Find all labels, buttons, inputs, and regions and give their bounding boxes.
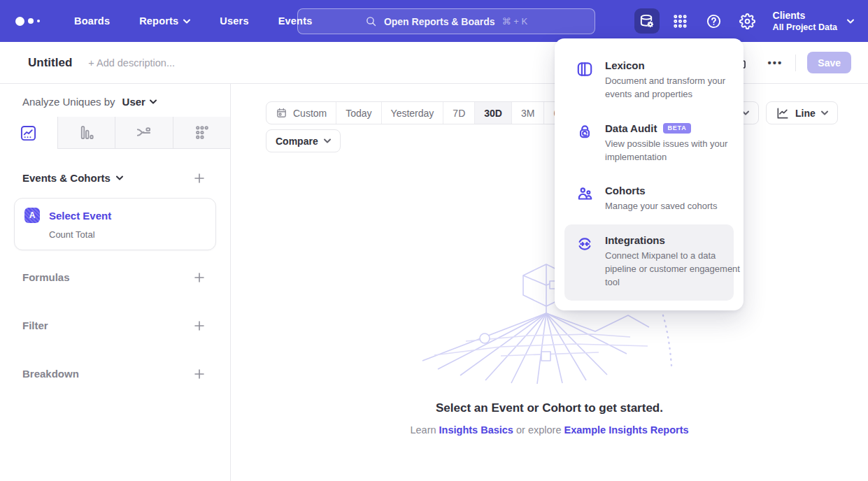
primary-nav: Boards Reports Users Events xyxy=(74,15,312,27)
bar-chart-tab-icon xyxy=(78,124,94,141)
formulas-label: Formulas xyxy=(22,271,70,283)
date-range-label: 3M xyxy=(521,108,534,119)
menu-item-title: Cohorts xyxy=(605,185,646,196)
data-audit-icon xyxy=(576,123,594,141)
data-management-button[interactable] xyxy=(634,8,660,34)
formulas-section: Formulas xyxy=(22,271,205,283)
cohorts-icon xyxy=(576,185,594,203)
date-range-3m[interactable]: 3M xyxy=(511,102,543,124)
compare-label: Compare xyxy=(276,136,318,147)
chevron-down-icon xyxy=(324,138,331,143)
menu-item-lexicon[interactable]: Lexicon Document and transform your even… xyxy=(564,50,734,113)
date-range-yesterday[interactable]: Yesterday xyxy=(381,102,443,124)
events-cohorts-label: Events & Cohorts xyxy=(22,172,111,184)
nav-item-boards[interactable]: Boards xyxy=(74,15,110,27)
metrics-tab-icon xyxy=(194,124,210,141)
calendar-icon xyxy=(276,107,287,119)
analyze-value-dropdown[interactable]: User xyxy=(122,96,145,108)
query-builder-sidebar: Analyze Uniques by User xyxy=(0,84,231,481)
menu-item-integrations[interactable]: Integrations Connect Mixpanel to a data … xyxy=(564,224,734,301)
event-aggregation-dropdown[interactable]: Count Total xyxy=(49,229,206,240)
date-range-label: 7D xyxy=(453,108,465,119)
empty-state-subtitle: Learn Insights Basics or explore Example… xyxy=(410,424,688,436)
nav-item-label: Users xyxy=(220,15,248,27)
date-range-label: Yesterday xyxy=(391,108,434,119)
nav-item-users[interactable]: Users xyxy=(220,15,248,27)
date-range-segmented-control: Custom Today Yesterday 7D 30D 3M 6M xyxy=(266,101,577,124)
save-button[interactable]: Save xyxy=(807,52,851,73)
events-cohorts-toggle[interactable]: Events & Cohorts xyxy=(22,172,123,184)
chart-type-dropdown[interactable]: Line xyxy=(766,101,838,124)
menu-item-title: Data Audit xyxy=(605,122,657,134)
project-scope: All Project Data xyxy=(773,22,837,33)
chart-type-label: Line xyxy=(795,108,816,119)
date-range-today[interactable]: Today xyxy=(336,102,380,124)
beta-badge: BETA xyxy=(663,123,690,134)
plus-icon xyxy=(194,320,205,331)
date-range-30d[interactable]: 30D xyxy=(474,102,511,124)
project-selector[interactable]: Clients All Project Data xyxy=(773,10,854,33)
apps-grid-button[interactable] xyxy=(668,8,693,34)
menu-item-data-audit[interactable]: Data Audit BETA View possible issues wit… xyxy=(564,113,734,175)
flow-tab-icon xyxy=(136,124,152,141)
more-options-button[interactable]: ••• xyxy=(768,57,783,69)
analyze-uniques-row: Analyze Uniques by User xyxy=(0,84,230,108)
nav-item-label: Boards xyxy=(74,15,110,27)
add-event-button[interactable] xyxy=(194,173,205,184)
date-range-7d[interactable]: 7D xyxy=(443,102,474,124)
mixpanel-logo[interactable] xyxy=(15,17,48,26)
add-description-field[interactable]: + Add description... xyxy=(88,57,175,69)
date-range-custom[interactable]: Custom xyxy=(266,102,336,124)
nav-item-label: Reports xyxy=(139,15,178,27)
settings-button[interactable] xyxy=(735,8,760,34)
add-filter-button[interactable] xyxy=(194,320,205,331)
help-button[interactable] xyxy=(702,8,727,34)
chart-type-tabs xyxy=(0,117,230,149)
search-placeholder: Open Reports & Boards xyxy=(384,16,495,27)
chevron-down-icon xyxy=(821,110,828,115)
chevron-down-icon xyxy=(116,175,123,180)
breakdown-label: Breakdown xyxy=(22,368,79,380)
chevron-down-icon xyxy=(183,19,190,24)
learn-prefix: Learn xyxy=(410,424,436,436)
filter-section: Filter xyxy=(22,320,205,331)
breakdown-section: Breakdown xyxy=(22,368,205,380)
add-breakdown-button[interactable] xyxy=(194,368,205,380)
date-range-label: Custom xyxy=(293,108,327,119)
nav-item-reports[interactable]: Reports xyxy=(139,15,190,27)
grid-dots-icon xyxy=(672,13,688,29)
tab-metrics-grid[interactable] xyxy=(173,117,231,149)
events-cohorts-header: Events & Cohorts xyxy=(22,172,205,184)
top-navigation-bar: Boards Reports Users Events Open Reports… xyxy=(0,0,868,42)
menu-item-cohorts[interactable]: Cohorts Manage your saved cohorts xyxy=(564,175,734,224)
explore-text: or explore xyxy=(516,424,561,436)
divider xyxy=(795,55,796,71)
menu-item-description: Document and transform your events and p… xyxy=(605,75,741,101)
database-gear-icon xyxy=(639,13,655,29)
event-letter-badge: A xyxy=(24,208,40,223)
gear-icon xyxy=(739,13,755,29)
chevron-down-icon xyxy=(150,99,157,104)
add-formula-button[interactable] xyxy=(194,272,205,283)
analyze-label: Analyze Uniques by xyxy=(22,96,115,108)
plus-icon xyxy=(194,368,205,380)
tab-bar-chart[interactable] xyxy=(57,117,115,149)
menu-item-description: Manage your saved cohorts xyxy=(605,200,741,213)
plus-icon xyxy=(194,173,205,184)
example-insights-reports-link[interactable]: Example Insights Reports xyxy=(564,424,688,436)
date-range-label: 30D xyxy=(484,108,502,119)
help-icon xyxy=(706,13,722,29)
select-event-button[interactable]: Select Event xyxy=(49,210,111,222)
event-row-card[interactable]: A Select Event Count Total xyxy=(14,198,216,250)
tab-flow-chart[interactable] xyxy=(115,117,173,149)
menu-item-title: Lexicon xyxy=(605,59,645,71)
report-title[interactable]: Untitled xyxy=(28,56,72,70)
compare-dropdown[interactable]: Compare xyxy=(266,129,341,152)
tab-insights-line[interactable] xyxy=(0,117,57,149)
menu-item-title: Integrations xyxy=(605,234,665,246)
lexicon-icon xyxy=(576,60,594,78)
insights-basics-link[interactable]: Insights Basics xyxy=(439,424,513,436)
header-actions: ••• Save xyxy=(732,52,851,73)
line-chart-icon xyxy=(776,106,790,120)
search-input[interactable]: Open Reports & Boards ⌘ + K xyxy=(297,8,595,34)
